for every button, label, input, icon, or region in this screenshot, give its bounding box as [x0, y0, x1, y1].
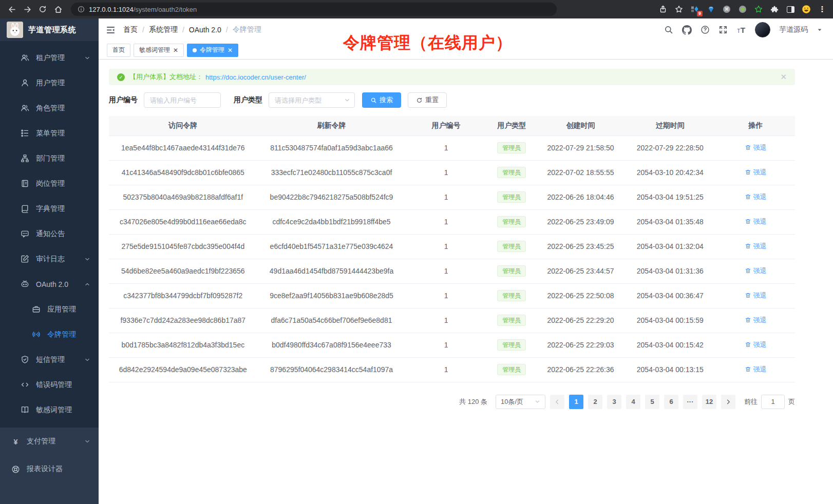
breadcrumb-item-首页[interactable]: 首页: [123, 25, 138, 34]
github-icon[interactable]: [682, 25, 692, 35]
sidebar-item-岗位管理[interactable]: 岗位管理: [0, 171, 99, 196]
alert-close-icon[interactable]: ✕: [780, 72, 787, 82]
tab-敏感词管理[interactable]: 敏感词管理✕: [134, 44, 184, 57]
browser-forward-icon[interactable]: [22, 4, 33, 15]
page-button-2[interactable]: 2: [588, 395, 602, 409]
sidebar-item-租户管理[interactable]: 租户管理: [0, 45, 99, 70]
browser-home-icon[interactable]: [52, 4, 64, 15]
force-logout-link[interactable]: 强退: [745, 192, 767, 202]
sidebar-item-报表设计器[interactable]: 报表设计器: [0, 455, 99, 483]
help-icon[interactable]: [701, 25, 710, 34]
browser-menu-icon[interactable]: ⋮: [818, 5, 827, 14]
sidebar-item-用户管理[interactable]: 用户管理: [0, 70, 99, 95]
sidebar-item-应用管理[interactable]: 应用管理: [0, 297, 99, 322]
created-time-cell: 2022-07-02 18:55:55: [537, 160, 624, 185]
username[interactable]: 芋道源码: [779, 25, 808, 34]
force-logout-link[interactable]: 强退: [745, 340, 767, 350]
sidebar-item-敏感词管理[interactable]: 敏感词管理: [0, 397, 99, 422]
fullscreen-icon[interactable]: [718, 25, 728, 34]
sidebar-item-oauth-2.0[interactable]: OAuth 2.0: [0, 272, 99, 297]
sidebar-item-令牌管理[interactable]: 令牌管理: [0, 322, 99, 347]
sidebar-item-审计日志[interactable]: 审计日志: [0, 246, 99, 272]
browser-reload-icon[interactable]: [37, 4, 48, 15]
refresh-token-cell: 8796295f04064c2983414cc54af1097a: [257, 357, 406, 382]
force-logout-link[interactable]: 强退: [745, 365, 767, 374]
sidebar-item-支付管理[interactable]: ¥支付管理: [0, 428, 99, 455]
doc-link[interactable]: https://doc.iocoder.cn/user-center/: [205, 73, 306, 81]
user-type-badge: 管理员: [497, 142, 526, 153]
devtools-extension-icon[interactable]: 9: [690, 5, 699, 14]
force-logout-link[interactable]: 强退: [745, 242, 767, 251]
pagination: 共 120 条 10条/页 123456···12 前往 页: [109, 395, 795, 409]
tab-首页[interactable]: 首页: [107, 44, 130, 57]
user-avatar[interactable]: [755, 22, 770, 37]
gem-extension-icon[interactable]: [706, 5, 715, 14]
page-button-4[interactable]: 4: [626, 395, 640, 409]
share-icon[interactable]: [658, 5, 668, 14]
bookmark-star-icon[interactable]: [674, 5, 684, 14]
browser-back-icon[interactable]: [6, 4, 17, 15]
tab-close-icon[interactable]: ✕: [228, 47, 233, 53]
force-logout-link[interactable]: 强退: [745, 291, 767, 300]
access-token-cell: 54d6be82ee5a460a9aedc1f9bf223656: [109, 259, 257, 283]
expire-time-cell: 2054-03-10 20:42:34: [624, 160, 716, 185]
app-logo[interactable]: 芋道管理系统: [0, 18, 99, 41]
svg-text:T: T: [737, 28, 740, 33]
sidebar-item-label: 岗位管理: [36, 179, 65, 188]
tab-close-icon[interactable]: ✕: [173, 47, 178, 53]
breadcrumb-item-令牌管理: 令牌管理: [233, 25, 261, 34]
prev-page-button[interactable]: [550, 395, 564, 409]
force-logout-link[interactable]: 强退: [745, 143, 767, 152]
tab-令牌管理[interactable]: 令牌管理✕: [187, 44, 238, 57]
page-button-3[interactable]: 3: [607, 395, 621, 409]
page-button-1[interactable]: 1: [569, 395, 583, 409]
user-id-input[interactable]: [144, 92, 221, 108]
user-menu-caret-icon[interactable]: [817, 27, 823, 33]
breadcrumb-item-oauth-2.0[interactable]: OAuth 2.0: [189, 26, 221, 34]
user-type-cell: 管理员: [486, 185, 537, 209]
sidebar-item-错误码管理[interactable]: 错误码管理: [0, 372, 99, 397]
more-pages-button[interactable]: ···: [683, 395, 697, 409]
column-header-创建时间: 创建时间: [537, 116, 624, 135]
reset-button[interactable]: 重置: [408, 92, 447, 108]
logo-image: [7, 22, 23, 38]
sidebar-item-菜单管理[interactable]: 菜单管理: [0, 121, 99, 146]
side-panel-icon[interactable]: [786, 5, 795, 14]
force-logout-link[interactable]: 强退: [745, 217, 767, 226]
code-icon: [21, 380, 29, 389]
user-type-badge: 管理员: [497, 339, 526, 351]
goto-page-input[interactable]: [761, 395, 785, 409]
page-button-6[interactable]: 6: [664, 395, 678, 409]
postbadge-icon: [21, 179, 29, 188]
extensions-puzzle-icon[interactable]: [770, 5, 779, 14]
command-extension-icon[interactable]: ⌘: [722, 5, 731, 14]
star-extension-icon[interactable]: [754, 5, 763, 14]
sidebar-item-字典管理[interactable]: 字典管理: [0, 196, 99, 221]
page-size-select[interactable]: 10条/页: [496, 395, 545, 409]
column-header-访问令牌: 访问令牌: [109, 116, 257, 135]
user-type-select[interactable]: [269, 92, 355, 108]
search-button[interactable]: 搜索: [362, 92, 401, 108]
sidebar-item-角色管理[interactable]: 角色管理: [0, 95, 99, 121]
sidebar-item-部门管理[interactable]: 部门管理: [0, 146, 99, 171]
force-logout-link[interactable]: 强退: [745, 316, 767, 325]
topbar: 首页/系统管理/OAuth 2.0/令牌管理 TT 芋道源码: [99, 18, 833, 41]
breadcrumb-separator: /: [142, 26, 144, 34]
address-bar[interactable]: 127.0.0.1:1024/system/oauth2/token: [71, 3, 557, 16]
profile-avatar-icon[interactable]: [802, 5, 811, 14]
search-icon[interactable]: [664, 25, 673, 34]
force-logout-link[interactable]: 强退: [745, 266, 767, 276]
font-size-icon[interactable]: TT: [736, 25, 746, 35]
record-extension-icon[interactable]: [738, 5, 747, 14]
page-button-12[interactable]: 12: [702, 395, 716, 409]
next-page-button[interactable]: [721, 395, 735, 409]
breadcrumb-item-系统管理[interactable]: 系统管理: [149, 25, 178, 34]
page-button-5[interactable]: 5: [645, 395, 659, 409]
sidebar-item-通知公告[interactable]: 通知公告: [0, 221, 99, 246]
table-row: 41c41346a548490f9dc8b01c6bfe0865333ecfc7…: [109, 160, 795, 185]
action-cell: 强退: [716, 209, 795, 234]
sidebar-item-短信管理[interactable]: 短信管理: [0, 347, 99, 372]
force-logout-link[interactable]: 强退: [745, 168, 767, 177]
collapse-sidebar-icon[interactable]: [106, 25, 116, 35]
site-info-icon[interactable]: [78, 6, 85, 13]
